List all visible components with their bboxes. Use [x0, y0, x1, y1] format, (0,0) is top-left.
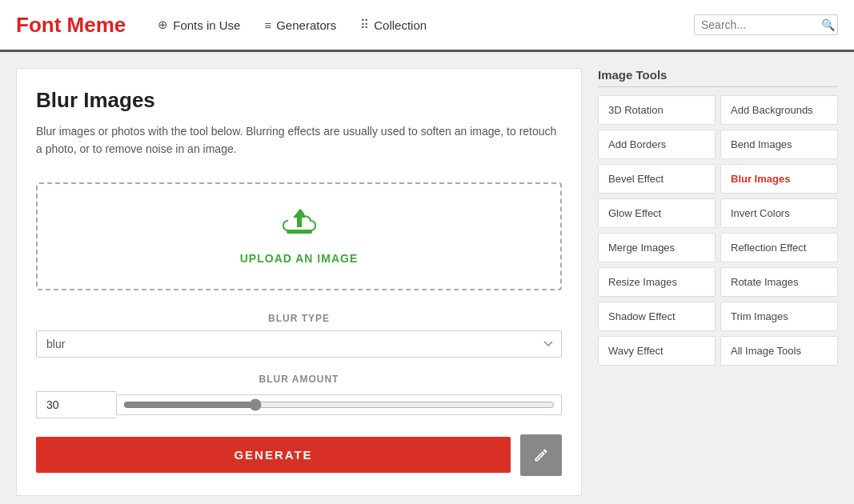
tool-item-add-backgrounds[interactable]: Add Backgrounds	[720, 95, 838, 125]
collection-icon: ⠿	[360, 18, 369, 32]
blur-amount-input[interactable]	[36, 391, 116, 418]
blur-slider-container	[116, 394, 562, 415]
right-panel: Image Tools 3D RotationAdd BackgroundsAd…	[598, 68, 838, 496]
main-layout: Blur Images Blur images or photos with t…	[0, 52, 854, 504]
left-panel: Blur Images Blur images or photos with t…	[16, 68, 582, 496]
page-description: Blur images or photos with the tool belo…	[36, 122, 562, 158]
fonts-in-use-icon: ⊕	[158, 18, 168, 32]
tool-item-rotate-images[interactable]: Rotate Images	[720, 267, 838, 297]
nav-collection[interactable]: ⠿ Collection	[360, 18, 427, 32]
generators-icon: ≡	[264, 18, 271, 32]
tool-item-invert-colors[interactable]: Invert Colors	[720, 198, 838, 228]
tool-item-merge-images[interactable]: Merge Images	[598, 233, 716, 262]
upload-label: UPLOAD AN IMAGE	[54, 252, 544, 265]
upload-area[interactable]: UPLOAD AN IMAGE	[36, 182, 562, 290]
nav-fonts-in-use-label: Fonts in Use	[173, 18, 240, 32]
upload-icon	[54, 208, 544, 246]
blur-type-label: BLUR TYPE	[36, 313, 562, 324]
main-nav: ⊕ Fonts in Use ≡ Generators ⠿ Collection	[158, 18, 694, 32]
nav-collection-label: Collection	[374, 18, 427, 32]
tool-item-resize-images[interactable]: Resize Images	[598, 267, 716, 297]
tool-item-add-borders[interactable]: Add Borders	[598, 130, 716, 159]
tool-item-wavy-effect[interactable]: Wavy Effect	[598, 336, 716, 366]
tool-item-bevel-effect[interactable]: Bevel Effect	[598, 164, 716, 194]
tool-item-reflection-effect[interactable]: Reflection Effect	[720, 233, 838, 262]
nav-fonts-in-use[interactable]: ⊕ Fonts in Use	[158, 18, 240, 32]
logo[interactable]: Font Meme	[16, 13, 126, 38]
tool-item-blur-images[interactable]: Blur Images	[720, 164, 838, 194]
blur-amount-row	[36, 391, 562, 418]
generate-row: GENERATE	[36, 434, 562, 476]
edit-button[interactable]	[520, 434, 562, 476]
tool-item-glow-effect[interactable]: Glow Effect	[598, 198, 716, 228]
generate-button[interactable]: GENERATE	[36, 437, 511, 473]
tool-item-shadow-effect[interactable]: Shadow Effect	[598, 302, 716, 331]
tool-item-bend-images[interactable]: Bend Images	[720, 130, 838, 159]
nav-generators[interactable]: ≡ Generators	[264, 18, 336, 32]
blur-amount-slider[interactable]	[123, 398, 555, 411]
tool-item-all-image-tools[interactable]: All Image Tools	[720, 336, 838, 366]
search-input[interactable]	[701, 18, 821, 31]
tool-item-trim-images[interactable]: Trim Images	[720, 302, 838, 331]
tool-item-3d-rotation[interactable]: 3D Rotation	[598, 95, 716, 125]
page-title: Blur Images	[36, 88, 562, 113]
header: Font Meme ⊕ Fonts in Use ≡ Generators ⠿ …	[0, 0, 854, 52]
image-tools-header: Image Tools	[598, 68, 838, 87]
search-box: 🔍	[694, 14, 838, 35]
nav-generators-label: Generators	[276, 18, 336, 32]
image-tools-grid: 3D RotationAdd BackgroundsAdd BordersBen…	[598, 95, 838, 366]
search-icon[interactable]: 🔍	[821, 18, 835, 31]
blur-amount-group: BLUR AMOUNT	[36, 374, 562, 418]
blur-type-group: BLUR TYPE blur gaussian motion	[36, 313, 562, 358]
blur-amount-label: BLUR AMOUNT	[36, 374, 562, 385]
blur-type-select[interactable]: blur gaussian motion	[36, 330, 562, 358]
